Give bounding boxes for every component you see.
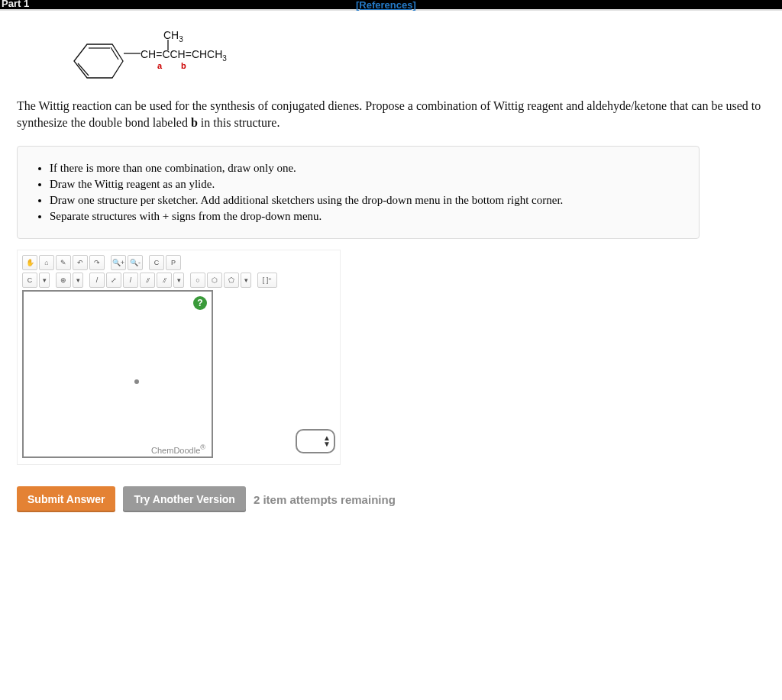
instruction-item: If there is more than one combination, d… (50, 160, 680, 176)
benzene-ring-icon (63, 37, 124, 86)
tool-zoomout-btn[interactable]: 🔍- (128, 255, 143, 270)
tool-paste-btn[interactable]: P (166, 255, 181, 270)
chain-label: CH=CCH=CHCH3 (141, 48, 227, 63)
tool-copy-btn[interactable]: C (149, 255, 164, 270)
molecule-diagram: CH3 CH=CCH=CHCH3 a b (17, 23, 765, 92)
tool-zoomin-btn[interactable]: 🔍+ (111, 255, 126, 270)
tool-draw-btn[interactable]: ✎ (56, 255, 71, 270)
bracket-btn[interactable]: [ ]⁺ (257, 273, 277, 288)
try-another-button[interactable]: Try Another Version (123, 486, 246, 512)
tool-redo-btn[interactable]: ↷ (89, 255, 105, 270)
attempts-remaining: 2 item attempts remaining (254, 493, 396, 506)
question-text: The Wittig reaction can be used for the … (17, 98, 765, 131)
ring-dropdown-btn[interactable]: ▾ (241, 273, 251, 288)
element-c-btn[interactable]: C (22, 273, 37, 288)
help-icon[interactable]: ? (193, 296, 207, 310)
bond-label-b: b (181, 61, 186, 70)
ring-pent-btn[interactable]: ⬠ (224, 273, 239, 288)
bond-double-btn[interactable]: ⫽ (157, 273, 172, 288)
references-link[interactable]: [References] (356, 0, 416, 11)
bond-label-a: a (157, 61, 162, 70)
tool-move-btn[interactable]: ✋ (22, 255, 37, 270)
content-area: CH3 CH=CCH=CHCH3 a b The Wittig reaction… (0, 11, 782, 524)
bond-single-btn[interactable]: / (89, 273, 105, 288)
charge-dropdown-btn[interactable]: ▾ (73, 273, 83, 288)
charge-btn[interactable]: ⊕ (56, 273, 71, 288)
svg-line-3 (111, 47, 118, 60)
sketcher-count-stepper[interactable]: ▲▼ (296, 429, 335, 453)
ring-benzene-btn[interactable]: ⬡ (207, 273, 222, 288)
submit-answer-button[interactable]: Submit Answer (17, 486, 115, 512)
sketcher-canvas[interactable]: ? ChemDoodle® (22, 290, 213, 458)
action-row: Submit Answer Try Another Version 2 item… (17, 486, 765, 512)
tool-undo-btn[interactable]: ↶ (73, 255, 88, 270)
sketcher-panel: ✋ ⌂ ✎ ↶ ↷ 🔍+ 🔍- C P C ▾ ⊕ ▾ / ⤢ / ⫽ ⫽ ▾ (17, 250, 341, 465)
part-label: Part 1 (2, 0, 29, 9)
instruction-item: Draw one structure per sketcher. Add add… (50, 192, 680, 208)
bond-arrow-btn[interactable]: ⤢ (106, 273, 121, 288)
canvas-atom-dot[interactable] (134, 379, 139, 384)
svg-marker-0 (74, 44, 123, 78)
ring-cyclo-btn[interactable]: ○ (190, 273, 205, 288)
instruction-box: If there is more than one combination, d… (17, 146, 700, 239)
bond-hash-btn[interactable]: ⫽ (140, 273, 155, 288)
top-bar: Part 1 [References] (0, 0, 782, 9)
element-dropdown-btn[interactable]: ▾ (39, 273, 50, 288)
tool-home-btn[interactable]: ⌂ (39, 255, 54, 270)
bond-wedge-btn[interactable]: / (123, 273, 138, 288)
svg-line-2 (78, 63, 89, 76)
bond-dropdown-btn[interactable]: ▾ (173, 273, 184, 288)
instruction-item: Separate structures with + signs from th… (50, 208, 680, 224)
toolbar-row-1: ✋ ⌂ ✎ ↶ ↷ 🔍+ 🔍- C P (22, 255, 335, 270)
stepper-arrows-icon[interactable]: ▲▼ (323, 435, 331, 447)
toolbar-row-2: C ▾ ⊕ ▾ / ⤢ / ⫽ ⫽ ▾ ○ ⬡ ⬠ ▾ [ ]⁺ (22, 273, 335, 288)
chemdoodle-brand: ChemDoodle® (151, 444, 205, 455)
instruction-item: Draw the Wittig reagent as an ylide. (50, 176, 680, 192)
